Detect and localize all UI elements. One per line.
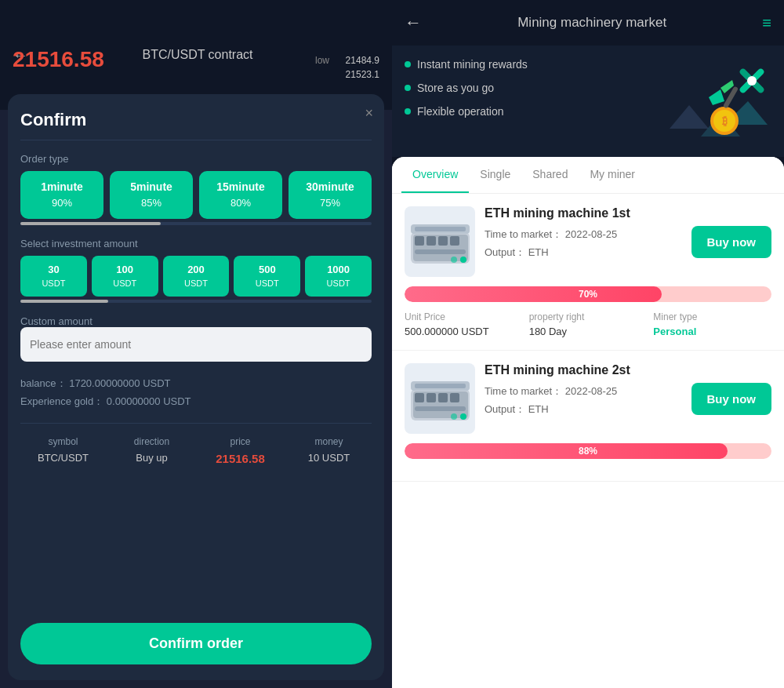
svg-rect-25 — [415, 393, 424, 402]
unit-price-val-1: 500.000000 USDT — [405, 326, 523, 337]
tab-single[interactable]: Single — [469, 157, 521, 193]
confirm-order-button[interactable]: Confirm order — [20, 623, 372, 664]
price-value: 21516.58 — [198, 452, 283, 465]
order-scroll-bar — [20, 222, 372, 225]
inv-btn-100[interactable]: 100 USDT — [92, 256, 158, 297]
output-2: ETH — [528, 403, 549, 415]
tab-shared[interactable]: Shared — [521, 157, 579, 193]
order-btn-15min[interactable]: 15minute 80% — [199, 171, 282, 219]
experience-line: Experience gold： 0.00000000 USDT — [20, 392, 372, 410]
hero-item-2: Store as you go — [405, 82, 649, 94]
amount-input[interactable] — [20, 327, 372, 362]
experience-label: Experience gold： — [20, 395, 103, 407]
miner-type-val-1: Personal — [653, 326, 771, 337]
balance-line: balance： 1720.00000000 USDT — [20, 374, 372, 392]
hero-section: Instant mining rewards Store as you go F… — [392, 46, 784, 157]
progress-text-1: 70% — [405, 289, 771, 300]
buy-now-btn-1[interactable]: Buy now — [691, 226, 772, 258]
inv-btn-1000[interactable]: 1000 USDT — [305, 256, 372, 297]
svg-point-32 — [460, 413, 466, 420]
hero-image: ₿ — [662, 58, 771, 144]
order-details-headers: symbol direction price money — [20, 436, 372, 447]
inv-btn-200[interactable]: 200 USDT — [163, 256, 230, 297]
machine-svg-2 — [407, 366, 474, 432]
hero-dot-3 — [405, 108, 411, 115]
order-type-label: Order type — [20, 153, 372, 165]
unit-price-header-1: Unit Price — [405, 311, 523, 322]
svg-rect-14 — [415, 236, 424, 246]
svg-rect-28 — [450, 393, 459, 402]
svg-rect-29 — [415, 406, 466, 411]
left-panel: ← BTC/USDT contract 21516.58 low 21484.9… — [0, 0, 392, 688]
inv-btn-30[interactable]: 30 USDT — [20, 256, 87, 297]
order-details-section: symbol direction price money BTC/USDT Bu… — [20, 436, 372, 465]
hero-item-1: Instant mining rewards — [405, 58, 649, 71]
hero-label-2: Store as you go — [417, 82, 494, 94]
confirm-modal: × Confirm Order type 1minute 90% 5minute… — [8, 94, 384, 680]
high-value: 21523.1 — [346, 69, 379, 80]
output-label-2: Output： — [485, 403, 525, 415]
machine-card-1: ETH mining machine 1st Time to market： 2… — [392, 194, 784, 351]
order-btn-30min[interactable]: 30minute 75% — [289, 171, 372, 219]
custom-label: Custom amount — [20, 315, 372, 327]
modal-title: Confirm — [20, 110, 372, 140]
hero-label-1: Instant mining rewards — [417, 58, 528, 71]
machine-svg-1 — [407, 209, 474, 275]
svg-rect-20 — [415, 227, 466, 231]
machine-meta-1: Time to market： 2022-08-25 Output： ETH — [485, 225, 682, 262]
balance-section: balance： 1720.00000000 USDT Experience g… — [20, 374, 372, 411]
direction-value: Buy up — [109, 452, 194, 465]
current-price: 21516.58 — [13, 47, 104, 72]
mining-illustration-svg: ₿ — [662, 58, 771, 144]
hero-label-3: Flexible operation — [417, 105, 504, 118]
balance-value: 1720.00000000 USDT — [69, 377, 170, 389]
buy-now-btn-2[interactable]: Buy now — [691, 383, 772, 415]
unit-price-col-1: Unit Price 500.000000 USDT — [405, 311, 523, 337]
svg-rect-18 — [415, 249, 466, 254]
inv-btn-500[interactable]: 500 USDT — [234, 256, 300, 297]
custom-amount-section: Custom amount — [20, 315, 372, 362]
svg-point-22 — [451, 257, 457, 263]
hero-dot-1 — [405, 61, 411, 67]
market-date-2: 2022-08-25 — [565, 385, 618, 397]
property-header-1: property right — [529, 311, 648, 322]
money-header: money — [286, 436, 372, 447]
right-header: ← Mining machinery market ≡ — [392, 0, 784, 46]
right-panel-title: Mining machinery market — [431, 15, 753, 31]
direction-header: direction — [109, 436, 194, 447]
market-date-label-1: Time to market： — [485, 228, 562, 240]
market-card: Overview Single Shared My miner — [392, 157, 784, 688]
hero-text: Instant mining rewards Store as you go F… — [405, 58, 649, 144]
hero-item-3: Flexible operation — [405, 105, 649, 118]
tab-overview[interactable]: Overview — [401, 157, 469, 193]
machine-top-1: ETH mining machine 1st Time to market： 2… — [405, 206, 771, 277]
progress-text-2: 88% — [405, 446, 771, 457]
svg-rect-26 — [426, 393, 436, 402]
property-col-1: property right 180 Day — [529, 311, 648, 337]
order-btn-1min[interactable]: 1minute 90% — [20, 171, 103, 219]
investment-label: Select investment amount — [20, 238, 372, 249]
order-type-section: Order type 1minute 90% 5minute 85% 15min… — [20, 153, 372, 225]
investment-grid: 30 USDT 100 USDT 200 USDT 500 USDT 1000 — [20, 256, 372, 297]
market-date-1: 2022-08-25 — [565, 228, 618, 240]
svg-marker-10 — [709, 89, 724, 105]
money-value: 10 USDT — [286, 452, 372, 465]
right-back-icon[interactable]: ← — [405, 13, 422, 33]
svg-point-8 — [747, 76, 757, 86]
machine-image-2 — [405, 363, 475, 434]
tab-my-miner[interactable]: My miner — [579, 157, 646, 193]
progress-bar-2: 88% — [405, 443, 771, 459]
machine-card-2: ETH mining machine 2st Time to market： 2… — [392, 351, 784, 482]
machine-info-1: ETH mining machine 1st Time to market： 2… — [485, 206, 682, 262]
hero-dot-2 — [405, 85, 411, 91]
menu-icon[interactable]: ≡ — [762, 14, 771, 32]
right-panel: ← Mining machinery market ≡ Instant mini… — [392, 0, 784, 688]
experience-value: 0.00000000 USDT — [107, 395, 191, 407]
svg-text:₿: ₿ — [722, 115, 728, 127]
order-btn-5min[interactable]: 5minute 85% — [110, 171, 193, 219]
svg-rect-17 — [450, 236, 459, 246]
symbol-header: symbol — [20, 436, 106, 447]
market-date-label-2: Time to market： — [485, 385, 562, 397]
close-icon[interactable]: × — [365, 105, 373, 122]
svg-point-33 — [451, 413, 457, 420]
